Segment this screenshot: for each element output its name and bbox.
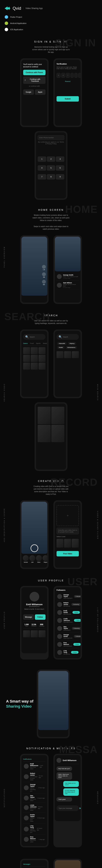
video-thumb[interactable] (39, 363, 46, 370)
avatar[interactable] (57, 283, 62, 288)
avatar[interactable] (57, 618, 62, 623)
follow-pill[interactable]: Following (74, 635, 81, 638)
video-feed[interactable] (55, 237, 81, 271)
hashtag-pill[interactable]: #dancelife (57, 342, 67, 345)
apple-button[interactable]: Apple (35, 89, 46, 95)
avatar[interactable] (57, 274, 62, 279)
video-thumb[interactable] (31, 347, 38, 354)
avatar[interactable] (24, 837, 29, 842)
video-thumb[interactable] (31, 355, 38, 362)
filter-option[interactable]: Normal (23, 555, 29, 563)
keypad-key[interactable]: 5 (47, 165, 55, 170)
filter-option[interactable]: Moon (36, 555, 42, 563)
keypad-key[interactable]: 1 (38, 156, 46, 162)
description-input[interactable]: Describe your video here to let people f… (56, 528, 79, 534)
avatar[interactable] (24, 774, 29, 779)
stat-item[interactable]: 12.8kFollowers (31, 623, 37, 627)
notification-item[interactable]: George Taylorstarted following you1 hour… (23, 782, 46, 793)
avatar[interactable] (24, 827, 29, 832)
send-icon[interactable]: ➤ (79, 807, 81, 810)
message-button[interactable]: Message (23, 614, 34, 620)
video-thumb[interactable] (31, 630, 38, 637)
video-thumb[interactable] (23, 363, 30, 370)
keypad-key[interactable]: 4 (38, 165, 46, 170)
video-thumb[interactable] (38, 425, 51, 442)
notification-item[interactable]: Robert Juniorcommented on your video15 m… (23, 771, 46, 782)
video-thumb[interactable] (56, 351, 63, 358)
submit-button[interactable]: Submit (56, 96, 79, 101)
video-thumb[interactable] (64, 351, 71, 358)
follow-pill[interactable]: Follow (72, 611, 80, 614)
follow-pill[interactable]: Follow (71, 651, 79, 654)
hashtag-pill[interactable]: #ballet (57, 346, 65, 349)
stat-item[interactable]: 898Following (39, 623, 44, 627)
video-thumb[interactable] (39, 630, 46, 637)
video-thumb[interactable] (23, 630, 30, 637)
search-input[interactable]: 🔍 (56, 334, 79, 340)
video-thumb[interactable] (51, 407, 64, 424)
otp-input[interactable] (70, 73, 73, 78)
keypad-key[interactable]: 2 (47, 156, 55, 162)
otp-input[interactable]: 7 (66, 73, 70, 78)
follow-pill[interactable]: Following (74, 595, 81, 598)
avatar[interactable] (24, 785, 29, 790)
search-tab[interactable]: Food (30, 342, 34, 344)
search-tab[interactable]: Sports (36, 342, 41, 344)
avatar[interactable] (57, 634, 62, 639)
otp-input[interactable] (78, 73, 81, 78)
keypad-key[interactable]: 7 (38, 174, 46, 180)
keypad-key[interactable]: 6 (56, 165, 64, 170)
video-feed[interactable] (38, 671, 68, 730)
cover-option[interactable] (56, 539, 63, 548)
notification-item[interactable]: Opa Taylorliked your video3 hours ago (23, 793, 46, 803)
video-thumb[interactable] (23, 347, 30, 354)
otp-input[interactable]: 5 (56, 73, 60, 78)
search-tab[interactable]: Music (43, 342, 47, 344)
video-thumb[interactable] (38, 407, 51, 424)
notification-item[interactable]: Linda Johnsonliked your video5 hours ago (23, 803, 46, 812)
notification-item[interactable]: Emili Williamsonliked your video2 min ag… (23, 762, 46, 771)
video-thumb[interactable] (31, 363, 38, 370)
avatar[interactable] (57, 650, 62, 655)
video-thumb[interactable] (23, 355, 30, 362)
avatar[interactable] (56, 758, 61, 763)
search-tab[interactable]: Dance (23, 342, 28, 344)
video-thumb[interactable] (39, 347, 46, 354)
avatar[interactable] (24, 805, 29, 810)
record-button[interactable] (31, 545, 38, 552)
action-icon[interactable] (42, 272, 46, 276)
video-thumb[interactable] (39, 355, 46, 362)
follow-button[interactable]: Follow (35, 614, 46, 620)
facebook-signin-button[interactable]: fContinue with Facebook (23, 76, 46, 84)
notification-item[interactable]: Kesha Taylorshared your video8 hours ago (23, 812, 46, 824)
keypad-key[interactable]: 8 (47, 174, 55, 180)
resend-link[interactable]: Resend (56, 81, 79, 82)
hashtag-pill[interactable]: #streetdance (66, 346, 77, 349)
avatar[interactable] (57, 602, 62, 607)
avatar[interactable] (57, 594, 62, 599)
notification-item[interactable]: Ling Tongstarted following you12 hours a… (23, 824, 46, 835)
otp-input[interactable] (74, 73, 78, 78)
follow-pill[interactable]: Follow (73, 643, 81, 646)
avatar[interactable] (57, 642, 62, 647)
keypad-key[interactable]: 9 (56, 174, 64, 180)
otp-input[interactable]: 8 (61, 73, 65, 78)
post-button[interactable]: Post Video (56, 551, 79, 556)
video-feed[interactable] (55, 860, 81, 868)
cover-option[interactable] (64, 539, 71, 548)
chat-item[interactable]: Emili WilliamsonHey! How are you?Today 1… (23, 867, 46, 868)
avatar[interactable] (30, 592, 39, 601)
phone-signin-button[interactable]: Continue with Phone (23, 70, 46, 75)
avatar[interactable] (57, 626, 62, 631)
stat-item[interactable]: 1.8MLikes (24, 623, 29, 627)
tab-notifications[interactable]: Notifications (23, 758, 32, 760)
cover-option[interactable] (72, 539, 79, 548)
keypad-key[interactable]: 3 (56, 156, 64, 162)
follow-pill[interactable]: Following (72, 627, 81, 630)
hashtag-pill[interactable]: #hiphop (68, 342, 76, 345)
avatar[interactable] (24, 764, 29, 769)
google-button[interactable]: Google (23, 89, 34, 95)
notification-item[interactable]: Ema Watsonliked your video1 day ago (23, 835, 46, 844)
avatar[interactable] (57, 610, 62, 615)
avatar[interactable] (24, 796, 29, 801)
